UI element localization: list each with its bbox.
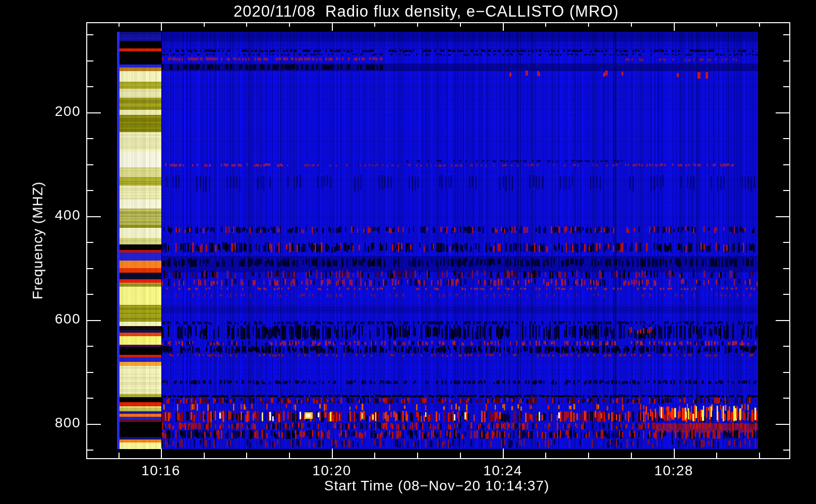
x-tick-label: 10:16 xyxy=(121,463,201,479)
y-axis-label: Frequency (MHZ) xyxy=(30,181,46,299)
spectrogram-canvas xyxy=(0,0,816,504)
x-axis-label: Start Time (08−Nov−20 10:14:37) xyxy=(324,478,550,494)
x-tick-label: 10:20 xyxy=(292,463,372,479)
y-tick-label: 200 xyxy=(0,103,81,119)
x-tick-label: 10:24 xyxy=(462,463,543,479)
chart-title: 2020/11/08 Radio flux density, e−CALLIST… xyxy=(234,3,619,21)
spectrogram-page: 2020/11/08 Radio flux density, e−CALLIST… xyxy=(0,0,816,504)
y-tick-label: 400 xyxy=(0,207,81,223)
y-tick-label: 600 xyxy=(0,311,81,327)
y-tick-label: 800 xyxy=(0,415,81,431)
x-tick-label: 10:28 xyxy=(633,463,714,479)
